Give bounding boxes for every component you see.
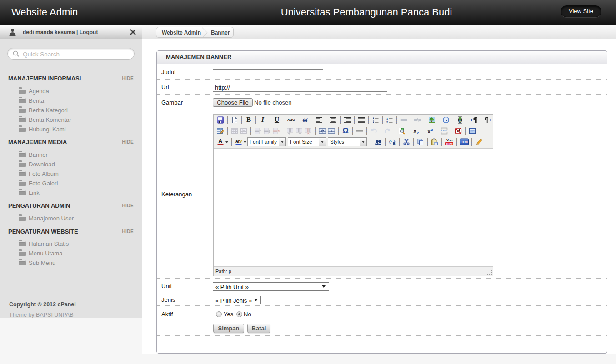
svg-text:2: 2	[386, 121, 388, 124]
svg-text:x: x	[414, 128, 417, 134]
svg-text:2: 2	[431, 128, 433, 132]
svg-text:1: 1	[386, 117, 388, 120]
svg-text:x: x	[428, 129, 431, 134]
svg-text:2: 2	[417, 131, 419, 135]
svg-text:Tube: Tube	[446, 142, 453, 145]
svg-text:A: A	[218, 138, 223, 145]
svg-text:ab: ab	[235, 139, 241, 144]
svg-text:HTML: HTML	[461, 140, 469, 144]
svg-text:B: B	[393, 141, 396, 145]
